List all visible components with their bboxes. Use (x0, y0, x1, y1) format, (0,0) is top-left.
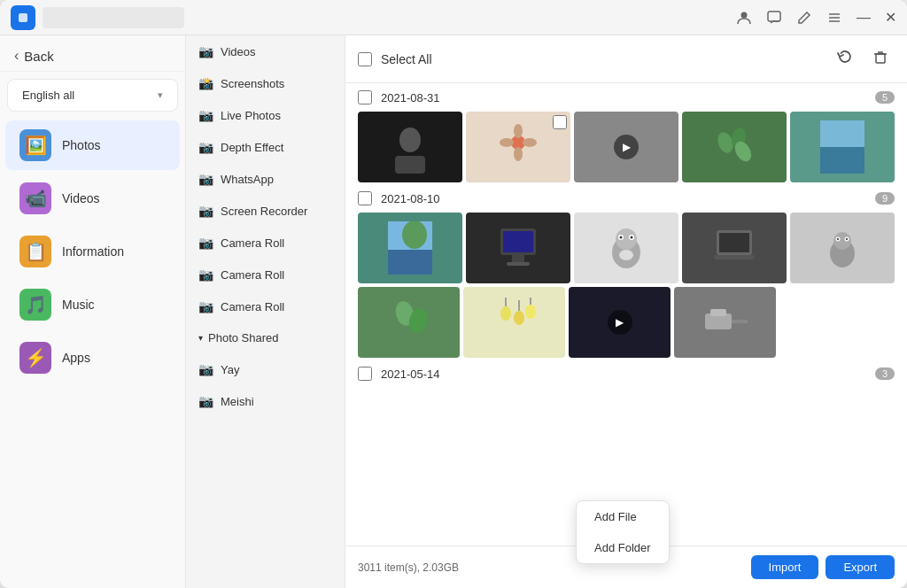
sidebar-label-photos: Photos (62, 138, 101, 152)
camera-roll-3-icon: 📷 (198, 299, 213, 313)
photo-thumb[interactable] (674, 287, 776, 358)
play-button[interactable]: ▶ (614, 135, 639, 159)
computer-screen-icon (496, 221, 540, 275)
app-window: — ✕ ‹ Back English all ▾ 🖼️ Photos 📹 (0, 0, 907, 588)
date-badge-2: 9 (875, 192, 895, 205)
photo-thumb[interactable] (466, 213, 570, 283)
photo-thumb[interactable]: ▶ (574, 112, 678, 182)
app-logo-icon (15, 10, 31, 26)
close-button[interactable]: ✕ (885, 9, 896, 26)
photo-thumb[interactable]: ▶ (569, 287, 671, 358)
svg-rect-36 (719, 233, 749, 252)
svg-rect-54 (710, 309, 726, 316)
delete-button[interactable] (866, 43, 895, 75)
middle-label-screenshots: Screenshots (221, 77, 284, 90)
photo-row-1: ▶ (358, 112, 895, 182)
sidebar-item-photos[interactable]: 🖼️ Photos (5, 120, 180, 170)
bottom-buttons: Import Export (751, 555, 895, 579)
photo-thumb[interactable] (790, 112, 895, 182)
trash-icon (872, 48, 889, 66)
language-dropdown[interactable]: English all ▾ (7, 79, 178, 112)
svg-rect-21 (388, 248, 432, 275)
photo-row-3: ▶ (358, 287, 895, 358)
yay-folder-icon: 📷 (198, 362, 213, 376)
middle-label-camera-roll-3: Camera Roll (221, 300, 284, 313)
middle-item-whatsapp[interactable]: 📷 WhatsApp (186, 163, 345, 195)
middle-item-depth-effect[interactable]: 📷 Depth Effect (186, 131, 345, 163)
video-folder-icon: 📷 (198, 44, 213, 58)
minimize-button[interactable]: — (857, 10, 871, 26)
svg-point-2 (741, 12, 748, 18)
app-icon (11, 5, 35, 30)
photos-icon: 🖼️ (19, 129, 51, 161)
svg-point-15 (523, 138, 537, 147)
middle-item-camera-roll-2[interactable]: 📷 Camera Roll (186, 259, 345, 290)
meishi-folder-icon: 📷 (198, 394, 213, 408)
middle-panel: 📷 Videos 📸 Screenshots 📷 Live Photos 📷 D… (186, 35, 345, 588)
title-input[interactable] (43, 7, 184, 28)
refresh-icon (836, 48, 854, 66)
import-button[interactable]: Import (751, 555, 819, 579)
svg-point-23 (402, 221, 427, 249)
export-button[interactable]: Export (826, 555, 895, 579)
photo-checkbox[interactable] (553, 115, 567, 129)
whatsapp-folder-icon: 📷 (198, 172, 213, 186)
photo-thumb[interactable] (466, 112, 570, 182)
middle-label-whatsapp: WhatsApp (221, 173, 274, 186)
svg-rect-10 (395, 156, 425, 174)
svg-point-12 (514, 124, 523, 138)
photo-thumb[interactable] (358, 287, 460, 358)
camera-roll-2-icon: 📷 (198, 267, 213, 282)
photo-thumb[interactable] (682, 112, 787, 182)
middle-item-videos[interactable]: 📷 Videos (186, 35, 345, 67)
menu-icon (826, 10, 842, 26)
light-bulbs-icon (492, 296, 537, 349)
date-label-1: 2021-08-31 (381, 91, 866, 104)
sidebar-item-videos[interactable]: 📹 Videos (5, 174, 180, 223)
photo-thumb[interactable] (790, 213, 895, 283)
date-section-2021-08-31: 2021-08-31 5 ▶ (358, 90, 895, 182)
photo-shared-arrow-icon: ▾ (198, 333, 203, 343)
photo-thumb[interactable] (358, 112, 462, 182)
date-checkbox-1[interactable] (358, 90, 372, 104)
date-checkbox-3[interactable] (358, 367, 372, 381)
photo-thumb[interactable] (463, 287, 565, 358)
sidebar-item-information[interactable]: 📋 Information (5, 227, 180, 276)
select-all-checkbox[interactable] (358, 52, 372, 66)
dropdown-label: English all (22, 89, 74, 102)
main-content: ‹ Back English all ▾ 🖼️ Photos 📹 Videos … (0, 35, 907, 588)
chat-button[interactable] (766, 10, 782, 26)
leaves2-icon (387, 296, 431, 349)
middle-item-screenshots[interactable]: 📸 Screenshots (186, 67, 345, 99)
middle-item-screen-recorder[interactable]: 📷 Screen Recorder (186, 195, 345, 227)
date-checkbox-2[interactable] (358, 191, 372, 205)
photo-thumb[interactable] (682, 213, 787, 283)
middle-item-camera-roll-3[interactable]: 📷 Camera Roll (186, 290, 345, 322)
date-header-1: 2021-08-31 5 (358, 90, 895, 104)
svg-point-33 (631, 236, 633, 239)
context-menu-add-file[interactable]: Add File (577, 501, 669, 532)
title-bar-right: — ✕ (736, 9, 896, 26)
date-header-3: 2021-05-14 3 (358, 367, 895, 381)
photo-thumb[interactable] (574, 213, 678, 283)
sidebar-item-apps[interactable]: ⚡ Apps (5, 333, 180, 383)
middle-item-yay[interactable]: 📷 Yay (186, 353, 345, 385)
leaves-icon (712, 120, 756, 174)
sidebar-item-music[interactable]: 🎵 Music (5, 280, 180, 329)
photo-thumb[interactable] (358, 213, 462, 283)
middle-item-camera-roll-1[interactable]: 📷 Camera Roll (186, 227, 345, 259)
user-button[interactable] (736, 10, 752, 26)
back-button[interactable]: ‹ Back (14, 48, 54, 64)
middle-item-meishi[interactable]: 📷 Meishi (186, 385, 345, 417)
title-bar-left (11, 5, 184, 30)
select-all-label[interactable]: Select All (381, 52, 432, 66)
photo-shared-header[interactable]: ▾ Photo Shared (186, 322, 345, 353)
middle-item-live-photos[interactable]: 📷 Live Photos (186, 99, 345, 131)
context-menu-add-folder[interactable]: Add Folder (577, 532, 669, 563)
svg-point-39 (833, 232, 851, 250)
edit-button[interactable] (796, 10, 812, 26)
play-button[interactable]: ▶ (608, 310, 632, 335)
information-icon: 📋 (19, 236, 51, 267)
refresh-button[interactable] (831, 43, 859, 75)
menu-button[interactable] (826, 10, 842, 26)
